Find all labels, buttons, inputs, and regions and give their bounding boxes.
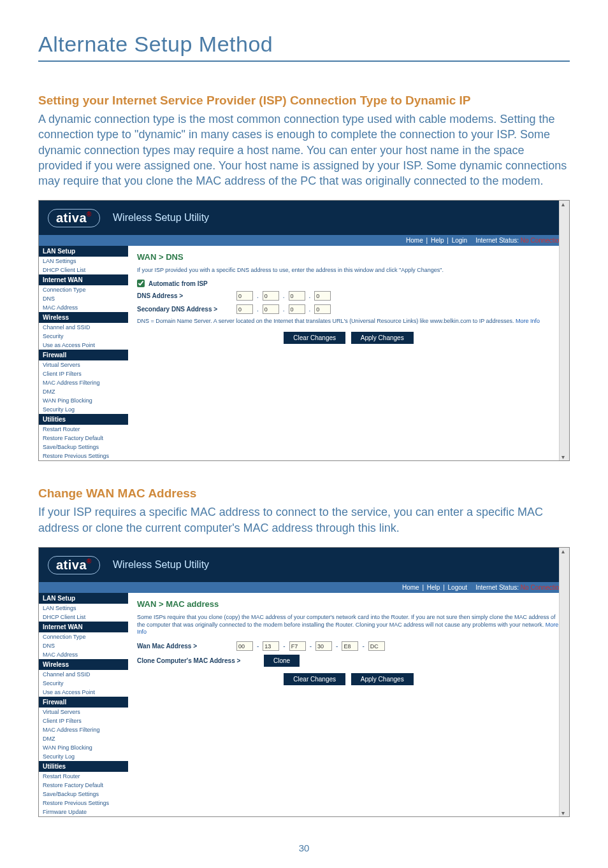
- nav2-restart[interactable]: Restart Router: [39, 772, 128, 781]
- nav-macfilter[interactable]: MAC Address Filtering: [39, 378, 128, 387]
- nav2-ap[interactable]: Use as Access Point: [39, 688, 128, 697]
- dns1-oct1[interactable]: [236, 291, 253, 301]
- screenshot-mac: ativa® Wireless Setup Utility Home | Hel…: [38, 547, 570, 817]
- wan-mac-label: Wan Mac Address >: [137, 643, 233, 650]
- nav-restart[interactable]: Restart Router: [39, 425, 128, 434]
- nav2-security[interactable]: Security: [39, 679, 128, 688]
- nav-conn-type[interactable]: Connection Type: [39, 285, 128, 294]
- nav2-ipfilters[interactable]: Client IP Filters: [39, 716, 128, 725]
- nav-dns[interactable]: DNS: [39, 294, 128, 303]
- section2-heading: Change WAN MAC Address: [38, 487, 570, 501]
- nav-ipfilters[interactable]: Client IP Filters: [39, 369, 128, 378]
- nav-wanping[interactable]: WAN Ping Blocking: [39, 396, 128, 405]
- content-dns: WAN > DNS If your ISP provided you with …: [128, 246, 569, 460]
- dns2-addr-label: Secondary DNS Address >: [137, 306, 233, 313]
- dns1-oct4[interactable]: [314, 291, 331, 301]
- dns2-oct2[interactable]: [263, 304, 279, 314]
- clear-button[interactable]: Clear Changes: [284, 332, 345, 344]
- nav2-save-backup[interactable]: Save/Backup Settings: [39, 790, 128, 799]
- clone-button[interactable]: Clone: [264, 655, 300, 667]
- nav2-dmz[interactable]: DMZ: [39, 734, 128, 743]
- nav2-hdr-firewall: Firewall: [39, 697, 128, 708]
- nav-save-backup[interactable]: Save/Backup Settings: [39, 443, 128, 452]
- nav-lan-settings[interactable]: LAN Settings: [39, 257, 128, 266]
- scrollbar-icon-2[interactable]: [559, 548, 569, 816]
- nav-ap[interactable]: Use as Access Point: [39, 341, 128, 350]
- apply-button[interactable]: Apply Changes: [351, 332, 414, 344]
- dns1-oct2[interactable]: [263, 291, 279, 301]
- dns-addr-label: DNS Address >: [137, 292, 233, 299]
- nav2-lan-settings[interactable]: LAN Settings: [39, 604, 128, 613]
- nav2-seclog[interactable]: Security Log: [39, 752, 128, 761]
- mac-oct5[interactable]: [342, 641, 358, 651]
- utility-banner-2: ativa® Wireless Setup Utility: [39, 548, 569, 582]
- nav2-macfilter[interactable]: MAC Address Filtering: [39, 725, 128, 734]
- status-value: No Connection: [521, 237, 563, 244]
- section2-body: If your ISP requires a specific MAC addr…: [38, 504, 570, 536]
- help-link[interactable]: Help: [431, 237, 444, 244]
- page-number: 30: [38, 843, 570, 853]
- help-link-2[interactable]: Help: [427, 584, 440, 591]
- nav-hdr-utilities: Utilities: [39, 414, 128, 425]
- dns-footnote: DNS = Domain Name Server. A server locat…: [137, 318, 560, 325]
- nav2-hdr-utilities: Utilities: [39, 761, 128, 772]
- nav2-hdr-lan: LAN Setup: [39, 593, 128, 604]
- side-nav: LAN Setup LAN Settings DHCP Client List …: [39, 246, 128, 460]
- dns2-oct1[interactable]: [236, 304, 253, 314]
- section1-heading: Setting your Internet Service Provider (…: [38, 94, 570, 108]
- home-link[interactable]: Home: [406, 237, 423, 244]
- more-info-link[interactable]: More Info: [516, 318, 540, 324]
- auto-isp-label: Automatic from ISP: [148, 280, 208, 287]
- nav-restore-prev[interactable]: Restore Previous Settings: [39, 452, 128, 460]
- nav2-restore-default[interactable]: Restore Factory Default: [39, 781, 128, 790]
- clear-button-2[interactable]: Clear Changes: [284, 673, 345, 685]
- nav-hdr-lan: LAN Setup: [39, 246, 128, 257]
- nav-vservers[interactable]: Virtual Servers: [39, 360, 128, 369]
- nav-hdr-wan: Internet WAN: [39, 274, 128, 285]
- nav2-wanping[interactable]: WAN Ping Blocking: [39, 743, 128, 752]
- side-nav-2: LAN Setup LAN Settings DHCP Client List …: [39, 593, 128, 816]
- mac-oct1[interactable]: [236, 641, 253, 651]
- nav-channel[interactable]: Channel and SSID: [39, 323, 128, 332]
- nav2-restore-prev[interactable]: Restore Previous Settings: [39, 799, 128, 808]
- dns2-oct3[interactable]: [289, 304, 305, 314]
- help-text-dns: If your ISP provided you with a specific…: [137, 267, 560, 274]
- mac-oct2[interactable]: [263, 641, 279, 651]
- dns1-oct3[interactable]: [289, 291, 305, 301]
- nav2-vservers[interactable]: Virtual Servers: [39, 708, 128, 716]
- nav2-firmware[interactable]: Firmware Update: [39, 808, 128, 816]
- nav-hdr-wireless: Wireless: [39, 312, 128, 323]
- home-link-2[interactable]: Home: [402, 584, 419, 591]
- ativa-logo-2: ativa®: [48, 556, 100, 574]
- apply-button-2[interactable]: Apply Changes: [351, 673, 414, 685]
- nav-dhcp-client[interactable]: DHCP Client List: [39, 266, 128, 274]
- utility-title: Wireless Setup Utility: [113, 212, 209, 224]
- nav2-dns[interactable]: DNS: [39, 641, 128, 650]
- nav-mac[interactable]: MAC Address: [39, 303, 128, 312]
- logout-link[interactable]: Logout: [448, 584, 468, 591]
- mac-oct6[interactable]: [368, 641, 385, 651]
- scrollbar-icon[interactable]: [559, 201, 569, 460]
- nav-dmz[interactable]: DMZ: [39, 387, 128, 396]
- nav2-conn-type[interactable]: Connection Type: [39, 632, 128, 641]
- nav-restore-default[interactable]: Restore Factory Default: [39, 434, 128, 443]
- dns2-oct4[interactable]: [314, 304, 331, 314]
- status-label-2: Internet Status:: [475, 584, 519, 591]
- section1-body: A dynamic connection type is the most co…: [38, 111, 570, 189]
- status-label: Internet Status:: [475, 237, 519, 244]
- nav2-mac[interactable]: MAC Address: [39, 650, 128, 659]
- utility-banner: ativa® Wireless Setup Utility: [39, 201, 569, 235]
- nav2-hdr-wan: Internet WAN: [39, 622, 128, 632]
- top-strip: Home | Help | Login Internet Status: No …: [39, 235, 569, 246]
- mac-oct4[interactable]: [315, 641, 332, 651]
- status-value-2: No Connection: [521, 584, 563, 591]
- nav-seclog[interactable]: Security Log: [39, 405, 128, 414]
- login-link[interactable]: Login: [452, 237, 467, 244]
- nav2-dhcp-client[interactable]: DHCP Client List: [39, 613, 128, 622]
- nav2-channel[interactable]: Channel and SSID: [39, 670, 128, 679]
- auto-isp-checkbox[interactable]: [137, 280, 145, 287]
- nav-security[interactable]: Security: [39, 332, 128, 341]
- content-mac: WAN > MAC address Some ISPs require that…: [128, 593, 569, 816]
- mac-oct3[interactable]: [289, 641, 306, 651]
- nav2-hdr-wireless: Wireless: [39, 659, 128, 670]
